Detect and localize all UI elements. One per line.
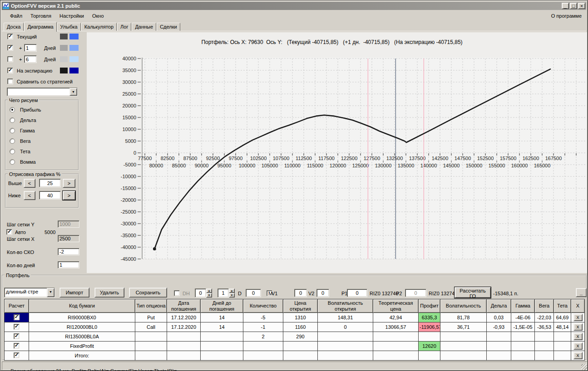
svg-text:127500: 127500 xyxy=(364,156,380,161)
table-cell xyxy=(167,332,201,342)
table-cell xyxy=(419,332,440,342)
tab-Данные[interactable]: Данные xyxy=(132,23,156,31)
svg-text:-35000: -35000 xyxy=(121,233,136,238)
chevron-down-icon: ▼ xyxy=(72,90,75,93)
import-button[interactable]: Импорт xyxy=(59,288,89,298)
left-arrow-icon: < xyxy=(28,181,31,186)
column-header: Цена открытия xyxy=(283,299,318,313)
below-percent-input[interactable] xyxy=(39,191,61,200)
above-increase-button[interactable]: > xyxy=(63,179,75,188)
plus6-days-input[interactable] xyxy=(24,55,37,63)
radio-Прибыль[interactable] xyxy=(10,107,15,112)
tab-Улыбка[interactable]: Улыбка xyxy=(57,23,81,31)
days-count-input[interactable] xyxy=(58,261,79,268)
expiration-checkbox[interactable]: ✓ xyxy=(7,68,13,73)
row-delete-button[interactable]: X xyxy=(573,333,583,340)
radio-Тета[interactable] xyxy=(10,149,15,154)
dh-checkbox[interactable] xyxy=(174,290,180,296)
row-calc-checkbox[interactable]: ✓ xyxy=(14,333,20,339)
check-icon: ✓ xyxy=(8,44,12,50)
plus1-days-input[interactable] xyxy=(24,44,37,52)
p1-input[interactable] xyxy=(347,289,367,297)
svg-text:-10000: -10000 xyxy=(121,174,136,179)
plus1-days-label: Дней xyxy=(44,45,56,51)
spin-up-button[interactable]: ▲ xyxy=(206,288,212,293)
compare-checkbox[interactable] xyxy=(7,78,13,84)
resize-grip[interactable] xyxy=(581,364,587,370)
spin-down-button[interactable]: ▼ xyxy=(229,293,235,298)
svg-text:132500: 132500 xyxy=(386,156,403,161)
v2-input[interactable] xyxy=(316,289,329,297)
row-delete-button[interactable]: X xyxy=(573,323,583,331)
svg-text:115000: 115000 xyxy=(307,163,323,168)
tab-Сделки[interactable]: Сделки xyxy=(157,23,180,31)
column-header: Волатильность xyxy=(440,299,487,313)
above-decrease-button[interactable]: < xyxy=(24,179,35,188)
radio-Дельта[interactable] xyxy=(10,117,15,123)
table-cell: -22,03 xyxy=(535,313,554,322)
dropdown-button[interactable]: ▼ xyxy=(69,88,77,96)
tab-Калькулятор[interactable]: Калькулятор xyxy=(81,23,117,31)
dropdown-button[interactable]: ▼ xyxy=(47,288,54,297)
save-button[interactable]: Сохранить xyxy=(129,288,167,298)
radio-label: Вега xyxy=(20,138,30,144)
menu-about[interactable]: О программе xyxy=(547,12,586,20)
close-button[interactable]: × xyxy=(578,3,585,9)
dh-spinner-1-input[interactable] xyxy=(195,288,206,298)
svg-text:35000: 35000 xyxy=(122,68,136,73)
table-cell: 1310 xyxy=(283,313,318,322)
table-cell: 1160 xyxy=(283,322,318,332)
check-icon: ✓ xyxy=(15,342,19,348)
plus6-fill-swatch xyxy=(69,56,79,62)
plus1-checkbox[interactable]: ✓ xyxy=(7,45,13,51)
above-percent-input[interactable] xyxy=(39,179,61,187)
tab-Диаграмма[interactable]: Диаграмма xyxy=(24,22,56,32)
below-decrease-button[interactable]: < xyxy=(24,191,35,200)
radio-Гамма[interactable] xyxy=(10,128,15,133)
menu-trading[interactable]: Торговля xyxy=(26,12,55,20)
grid-x-input[interactable] xyxy=(58,235,79,242)
dh-spinner-2-input[interactable] xyxy=(217,288,229,298)
table-cell xyxy=(167,351,201,361)
row-calc-checkbox[interactable]: ✓ xyxy=(14,314,20,320)
row-delete-button[interactable]: X xyxy=(573,314,583,321)
tab-Доска[interactable]: Доска xyxy=(4,23,24,31)
row-calc-checkbox[interactable]: ✓ xyxy=(14,324,20,330)
d-input[interactable] xyxy=(246,289,261,297)
row-calc-checkbox[interactable]: ✓ xyxy=(14,352,20,358)
maximize-button[interactable]: □ xyxy=(570,3,577,9)
render-group-title: Отрисовка графика % xyxy=(8,171,62,177)
row-delete-button[interactable]: X xyxy=(573,342,583,350)
table-cell: -5 xyxy=(243,313,283,322)
collapse-panel-button[interactable]: _ xyxy=(576,288,587,297)
row-calc-checkbox[interactable]: ✓ xyxy=(14,343,20,349)
app-icon xyxy=(3,3,9,9)
sko-input[interactable] xyxy=(58,248,79,255)
menu-settings[interactable]: Настройки xyxy=(55,12,88,20)
svg-text:107500: 107500 xyxy=(273,156,290,161)
menu-file[interactable]: Файл xyxy=(6,12,26,20)
strategy-compare-select[interactable]: ▼ xyxy=(7,88,78,96)
v1-input[interactable] xyxy=(294,289,307,297)
strategy-select[interactable]: длинный стре ▼ xyxy=(4,288,55,298)
below-increase-button[interactable]: > xyxy=(63,191,75,200)
row-delete-button[interactable]: X xyxy=(573,352,583,359)
menu-window[interactable]: Окно xyxy=(88,12,108,20)
minimize-button[interactable]: _ xyxy=(562,3,569,9)
expiration-line-swatch xyxy=(60,68,68,73)
radio-Вега[interactable] xyxy=(10,138,15,144)
current-checkbox[interactable]: ✓ xyxy=(7,34,13,39)
spin-up-button[interactable]: ▲ xyxy=(229,288,235,293)
plus6-checkbox[interactable] xyxy=(7,56,13,62)
calc-margin-button[interactable]: Рассчитать ГО xyxy=(455,287,491,298)
delete-button[interactable]: Удалить xyxy=(94,288,124,298)
content-top-edge xyxy=(2,31,586,31)
days-count-label: Кол-во дней xyxy=(7,263,35,268)
calc-cell: ✓ xyxy=(5,313,29,322)
svg-text:90000: 90000 xyxy=(195,163,209,168)
spin-down-button[interactable]: ▼ xyxy=(206,293,212,298)
table-header-row: РасчетКод бумагиТип опционаДата погашени… xyxy=(5,299,585,313)
tab-Лог[interactable]: Лог xyxy=(117,23,131,31)
radio-Вомма[interactable] xyxy=(10,159,15,165)
auto-checkbox[interactable]: ✓ xyxy=(6,229,12,235)
